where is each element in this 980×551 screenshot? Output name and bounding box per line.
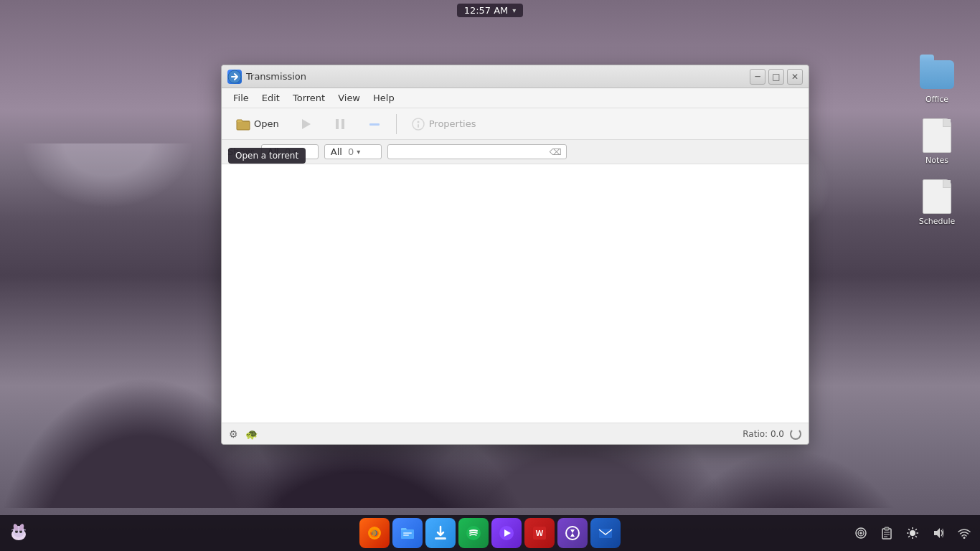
- pause-button: [324, 113, 356, 136]
- filter2-arrow-icon: ▾: [357, 148, 360, 156]
- svg-line-45: [915, 536, 917, 537]
- taskbar-app-files[interactable]: [392, 518, 423, 548]
- stop-button: [359, 113, 390, 136]
- preferences-icon[interactable]: ⚙: [229, 428, 238, 440]
- svg-line-46: [915, 529, 917, 530]
- desktop-icon-schedule-label: Schedule: [919, 217, 956, 226]
- window-titlebar[interactable]: Transmission ─ □ ✕: [222, 65, 809, 88]
- show-label: Show:: [227, 146, 255, 157]
- whisker-menu-icon[interactable]: [6, 520, 32, 546]
- svg-rect-1: [237, 121, 250, 130]
- volume-icon[interactable]: [928, 523, 948, 543]
- window-statusbar: ⚙ 🐢 Ratio: 0.0: [222, 423, 809, 444]
- transmission-logo-svg: [227, 70, 242, 84]
- stop-icon: [367, 116, 382, 132]
- svg-rect-18: [401, 529, 414, 539]
- start-button: [290, 113, 321, 136]
- file-icon-schedule: [923, 179, 951, 214]
- taskbar-app-purple[interactable]: [491, 518, 522, 548]
- svg-rect-21: [435, 537, 446, 540]
- toolbar-separator: [396, 114, 397, 134]
- taskbar-app-kget[interactable]: [425, 518, 456, 548]
- window-title: Transmission: [246, 71, 306, 82]
- svg-text:W: W: [536, 529, 544, 537]
- svg-point-7: [417, 121, 419, 123]
- desktop-icon-office-label: Office: [925, 95, 948, 104]
- filter1-value: All: [268, 146, 279, 157]
- properties-button: Properties: [402, 113, 484, 136]
- properties-label: Properties: [429, 118, 476, 129]
- desktop-icon-notes-label: Notes: [925, 156, 948, 165]
- filter-select-2[interactable]: All 0 ▾: [324, 144, 382, 159]
- taskbar-app-torrent[interactable]: [557, 518, 588, 548]
- taskbar-app-wps[interactable]: W: [524, 518, 555, 548]
- open-icon: [235, 116, 251, 132]
- ratio-spinner-icon: [790, 428, 801, 440]
- clock-time: 12:57 AM: [464, 5, 509, 16]
- svg-marker-2: [302, 119, 311, 129]
- taskbar-app-firefox[interactable]: [359, 518, 390, 548]
- window-minimize-button[interactable]: ─: [750, 69, 765, 85]
- brightness-icon[interactable]: [903, 523, 923, 543]
- taskbar-app-spotify[interactable]: [458, 518, 489, 548]
- desktop-icon-notes[interactable]: Notes: [908, 118, 966, 165]
- svg-rect-19: [403, 532, 412, 534]
- window-filterbar: Show: All 0 ▾ All 0 ▾ ⌫: [222, 140, 809, 164]
- filter-select-1[interactable]: All 0 ▾: [261, 144, 319, 159]
- network-manager-icon[interactable]: [851, 523, 871, 543]
- svg-line-47: [908, 536, 910, 537]
- window-toolbar: Open Open a torrent: [222, 108, 809, 140]
- menu-help[interactable]: Help: [367, 91, 400, 105]
- svg-rect-35: [885, 527, 889, 530]
- turtle-mode-icon[interactable]: 🐢: [245, 428, 258, 440]
- desktop-icon-schedule[interactable]: Schedule: [908, 179, 966, 226]
- open-label: Open: [254, 118, 279, 129]
- taskbar: W: [0, 515, 980, 551]
- filter2-count: 0: [348, 146, 354, 157]
- svg-rect-28: [599, 529, 612, 538]
- svg-rect-8: [418, 124, 419, 128]
- menu-torrent[interactable]: Torrent: [287, 91, 331, 105]
- svg-marker-48: [934, 528, 940, 538]
- filter1-count: 0: [285, 146, 291, 157]
- desktop-icon-office[interactable]: Office: [908, 57, 966, 104]
- folder-icon-office: [920, 60, 954, 89]
- wifi-icon[interactable]: [954, 523, 974, 543]
- clock-dropdown-icon[interactable]: ▾: [512, 6, 516, 14]
- top-bar: 12:57 AM ▾: [0, 0, 980, 20]
- svg-point-39: [910, 530, 915, 536]
- window-close-button[interactable]: ✕: [787, 69, 803, 85]
- taskbar-apps: W: [359, 518, 621, 548]
- transmission-app-icon: [227, 70, 242, 84]
- window-maximize-button[interactable]: □: [768, 69, 784, 85]
- filter2-value: All: [331, 146, 342, 157]
- svg-point-27: [566, 527, 579, 540]
- taskbar-app-mail[interactable]: [590, 518, 621, 548]
- file-icon-notes: [923, 118, 951, 153]
- svg-rect-5: [369, 123, 380, 126]
- taskbar-left: [6, 520, 32, 546]
- filter1-arrow-icon: ▾: [293, 148, 297, 156]
- clock-widget[interactable]: 12:57 AM ▾: [457, 4, 524, 17]
- svg-rect-20: [403, 534, 409, 536]
- clipboard-icon[interactable]: [877, 523, 897, 543]
- search-clear-icon[interactable]: ⌫: [550, 147, 562, 157]
- window-controls: ─ □ ✕: [750, 69, 803, 85]
- torrent-list: [222, 164, 809, 423]
- pause-icon: [332, 116, 348, 132]
- taskbar-right: [851, 523, 974, 543]
- svg-line-44: [908, 529, 910, 530]
- ratio-label: Ratio: 0.0: [743, 429, 784, 439]
- open-button[interactable]: Open Open a torrent: [227, 113, 287, 136]
- transmission-window: Transmission ─ □ ✕ File Edit Torrent Vie…: [221, 65, 809, 445]
- window-menubar: File Edit Torrent View Help: [222, 88, 809, 108]
- menu-file[interactable]: File: [227, 91, 255, 105]
- menu-edit[interactable]: Edit: [256, 91, 286, 105]
- search-box[interactable]: ⌫: [387, 144, 567, 159]
- svg-rect-3: [336, 119, 339, 129]
- menu-view[interactable]: View: [332, 91, 366, 105]
- start-icon: [298, 116, 314, 132]
- search-input[interactable]: [392, 146, 550, 157]
- properties-icon: [410, 116, 426, 132]
- svg-point-22: [466, 526, 481, 540]
